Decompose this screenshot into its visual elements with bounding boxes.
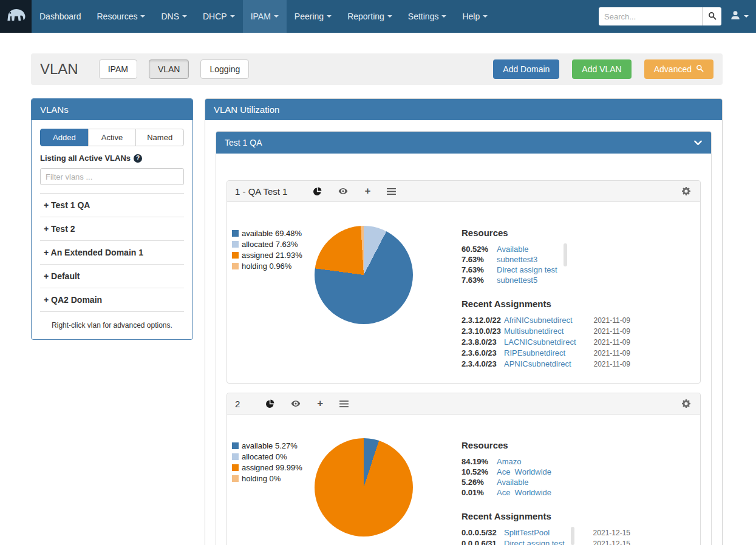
menu-icon[interactable] — [339, 400, 349, 408]
legend-label: allocated 7.63% — [242, 240, 298, 249]
vlan-utilization-panel: VLAN Utilization Test 1 QA 1 - QA Test 1 — [205, 98, 723, 545]
pie-chart-icon[interactable] — [265, 399, 274, 408]
resource-link[interactable]: Ace Worldwide — [497, 467, 551, 477]
page-header: VLAN IPAM VLAN Logging Add Domain Add VL… — [31, 53, 723, 85]
legend-swatch — [232, 263, 239, 269]
card-title: 2 — [235, 399, 240, 409]
vlan-tab-added[interactable]: Added — [40, 129, 89, 146]
tab-vlan[interactable]: VLAN — [149, 59, 189, 79]
tab-ipam[interactable]: IPAM — [99, 59, 137, 79]
chevron-down-icon[interactable] — [693, 138, 703, 147]
scrollbar-thumb[interactable] — [571, 527, 574, 545]
vlans-panel-header: VLANs — [32, 99, 192, 120]
resources-heading: Resources — [461, 228, 630, 238]
resource-link[interactable]: subnettest5 — [497, 275, 537, 285]
tab-logging[interactable]: Logging — [200, 59, 249, 79]
nav-item-dhcp[interactable]: DHCP — [195, 0, 243, 33]
vlan-item-extended-domain-1[interactable]: + An Extended Domain 1 — [40, 241, 184, 265]
legend-label: holding 0.96% — [242, 262, 291, 271]
vlan-list: + Test 1 QA + Test 2 + An Extended Domai… — [40, 193, 184, 312]
recent-assignments-heading: Recent Assignments — [461, 511, 630, 521]
pie-legend: available 5.27% allocated 0% assigned 99… — [232, 441, 315, 545]
caret-down-icon — [441, 15, 446, 18]
vlan-item-test2[interactable]: + Test 2 — [40, 217, 184, 241]
nav-item-dashboard[interactable]: Dashboard — [32, 0, 89, 33]
caret-down-icon — [182, 15, 187, 18]
resource-pct: 7.63% — [461, 275, 497, 285]
caret-down-icon — [274, 15, 279, 18]
vlan-item-default[interactable]: + Default — [40, 265, 184, 288]
assignment-cidr: 2.3.6.0/23 — [461, 348, 502, 358]
resource-link[interactable]: Amazo — [497, 456, 521, 467]
nav-item-peering[interactable]: Peering — [287, 0, 339, 33]
sidebar-footer-note: Right-click vlan for advanced options. — [40, 312, 184, 331]
legend-label: assigned 21.93% — [242, 251, 302, 260]
nav-item-resources[interactable]: Resources — [89, 0, 154, 33]
resource-link[interactable]: subnettest3 — [497, 254, 537, 265]
listing-label: Listing all Active VLANs — [40, 154, 131, 163]
help-icon[interactable]: ? — [134, 154, 142, 163]
utilization-pie-chart — [315, 226, 413, 324]
caret-down-icon — [327, 15, 332, 18]
assignment-date: 2021-12-15 — [584, 528, 630, 538]
resource-pct: 10.52% — [461, 467, 497, 477]
gear-icon[interactable] — [681, 186, 691, 196]
utilization-pie-chart — [315, 438, 413, 537]
pie-legend: available 69.48% allocated 7.63% assigne… — [232, 229, 315, 370]
search-button[interactable] — [702, 7, 721, 25]
eye-icon[interactable] — [291, 400, 301, 407]
resource-link[interactable]: Available — [497, 477, 529, 487]
assignment-link[interactable]: Direct assign test — [504, 538, 565, 545]
caret-down-icon — [483, 15, 488, 18]
vlan-filter-input[interactable] — [40, 168, 184, 185]
resources-heading: Resources — [461, 440, 630, 450]
vlan-item-qa2-domain[interactable]: + QA2 Domain — [40, 288, 184, 312]
resource-pct: 7.63% — [461, 254, 497, 265]
legend-label: holding 0% — [242, 474, 281, 483]
vlan-item-test1qa[interactable]: + Test 1 QA — [40, 194, 184, 217]
advanced-button[interactable]: Advanced — [644, 59, 713, 79]
assignment-cidr: 0.0.0.6/31 — [461, 538, 502, 545]
app-logo[interactable] — [0, 0, 32, 33]
resource-link[interactable]: Available — [497, 244, 529, 254]
resource-link[interactable]: Ace Worldwide — [497, 487, 551, 498]
legend-swatch — [232, 252, 239, 259]
menu-icon[interactable] — [387, 188, 396, 195]
legend-swatch — [232, 241, 239, 248]
assignment-link[interactable]: RIPEsubnetdirect — [504, 348, 565, 358]
assignment-link[interactable]: LACNICsubnetdirect — [504, 337, 576, 347]
legend-swatch — [232, 475, 239, 482]
legend-label: available 69.48% — [242, 229, 302, 238]
eye-icon[interactable] — [338, 188, 348, 195]
assignment-link[interactable]: AfriNICsubnetdirect — [504, 315, 573, 325]
vlan-utilization-header: VLAN Utilization — [205, 99, 722, 120]
nav-item-reporting[interactable]: Reporting — [339, 0, 400, 33]
search-input[interactable] — [599, 7, 702, 25]
resource-link[interactable]: Direct assign test — [497, 265, 557, 275]
nav-item-help[interactable]: Help — [454, 0, 495, 33]
gear-icon[interactable] — [681, 399, 691, 408]
plus-icon[interactable]: + — [317, 399, 323, 408]
user-menu-button[interactable] — [730, 10, 749, 23]
pie-chart-icon[interactable] — [313, 187, 322, 196]
assignment-cidr: 2.3.4.0/23 — [461, 359, 502, 369]
assignment-link[interactable]: Multisubnetdirect — [504, 326, 564, 336]
add-domain-button[interactable]: Add Domain — [493, 59, 559, 79]
nav-item-settings[interactable]: Settings — [400, 0, 455, 33]
vlan-tab-named[interactable]: Named — [135, 129, 184, 146]
assignment-link[interactable]: APNICsubnetdirect — [504, 359, 571, 369]
section-header[interactable]: Test 1 QA — [216, 132, 711, 154]
legend-label: allocated 0% — [242, 452, 287, 461]
vlans-panel: VLANs Added Active Named Listing all Act… — [31, 98, 193, 340]
nav-item-ipam[interactable]: IPAM — [243, 0, 287, 33]
top-navbar: Dashboard Resources DNS DHCP IPAM Peerin… — [0, 0, 756, 33]
nav-item-dns[interactable]: DNS — [153, 0, 195, 33]
resource-pct: 60.52% — [461, 244, 497, 254]
vlan-tab-active[interactable]: Active — [88, 129, 137, 146]
caret-down-icon — [230, 15, 235, 18]
legend-swatch — [232, 453, 239, 460]
add-vlan-button[interactable]: Add VLAN — [572, 59, 631, 79]
scrollbar-thumb[interactable] — [564, 243, 567, 266]
plus-icon[interactable]: + — [364, 187, 370, 195]
assignment-link[interactable]: SplitTestPool — [504, 527, 550, 538]
